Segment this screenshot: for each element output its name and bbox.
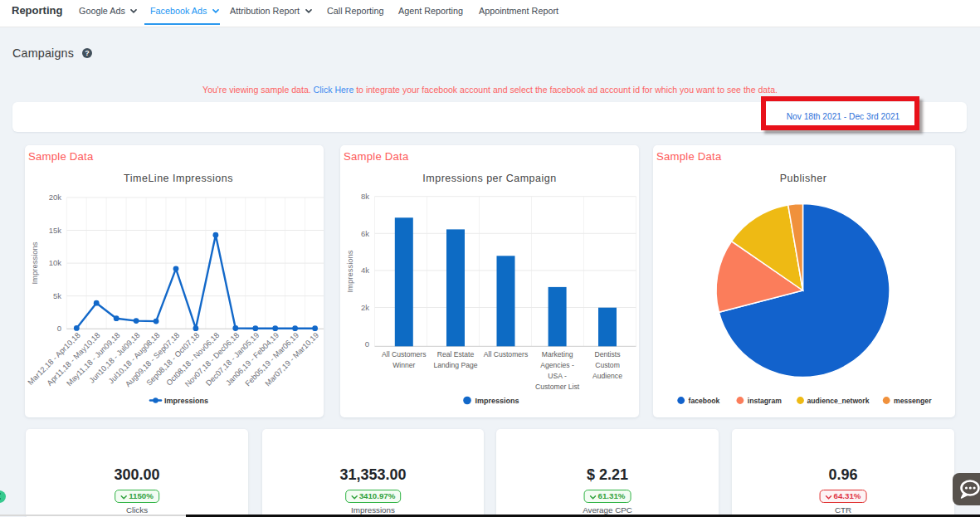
svg-text:Publisher: Publisher — [780, 173, 827, 184]
svg-text:Audience: Audience — [592, 372, 622, 380]
svg-text:Landing Page: Landing Page — [433, 361, 477, 369]
svg-text:Impressions per Campaign: Impressions per Campaign — [422, 173, 556, 184]
svg-text:Winner: Winner — [392, 361, 415, 369]
svg-text:5k: 5k — [53, 291, 61, 300]
svg-text:Impressions: Impressions — [30, 241, 39, 284]
svg-text:Custom: Custom — [595, 361, 620, 369]
svg-text:Impressions: Impressions — [345, 250, 354, 292]
svg-text:15k: 15k — [49, 226, 62, 235]
svg-text:Impressions: Impressions — [164, 397, 208, 405]
svg-text:0: 0 — [57, 324, 61, 333]
svg-text:0: 0 — [365, 339, 369, 349]
svg-text:Marketing: Marketing — [542, 350, 573, 358]
svg-text:Impressions: Impressions — [475, 397, 519, 405]
svg-text:audience_network: audience_network — [807, 397, 870, 405]
svg-text:facebook: facebook — [689, 397, 720, 405]
svg-text:messenger: messenger — [894, 397, 932, 405]
svg-text:20k: 20k — [49, 193, 62, 202]
svg-text:USA -: USA - — [548, 372, 567, 380]
svg-text:All Customers: All Customers — [382, 350, 426, 358]
svg-text:Dentists: Dentists — [594, 350, 620, 358]
svg-text:Customer List: Customer List — [535, 383, 580, 391]
svg-text:Real Estate: Real Estate — [437, 350, 475, 358]
svg-text:TimeLine Impressions: TimeLine Impressions — [124, 173, 233, 184]
svg-text:4k: 4k — [361, 266, 369, 275]
svg-text:All Customers: All Customers — [484, 350, 528, 358]
svg-text:8k: 8k — [361, 192, 369, 201]
svg-text:Agencies -: Agencies - — [540, 361, 574, 369]
svg-text:6k: 6k — [361, 229, 369, 238]
svg-text:10k: 10k — [49, 258, 62, 267]
svg-text:instagram: instagram — [748, 397, 782, 405]
svg-text:2k: 2k — [361, 303, 369, 312]
